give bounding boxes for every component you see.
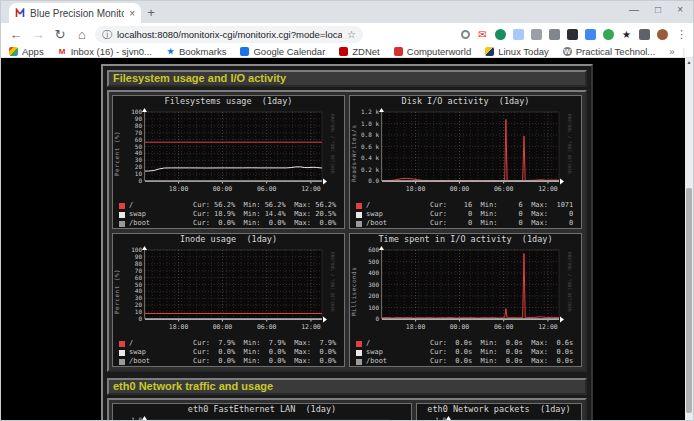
legend-row: /bootCur: 0.0% Min: 0.0% Max: 0.0% xyxy=(119,219,344,228)
chart-time-io[interactable]: Time spent in I/O activity (1day) Millis… xyxy=(349,233,582,367)
pages-extension-icon[interactable] xyxy=(513,29,524,40)
google-calendar-icon xyxy=(240,47,249,56)
bookmark-label: Apps xyxy=(22,46,44,57)
green-badge-extension-icon[interactable] xyxy=(495,29,506,40)
chart-plot: 100908070605040302010018:0000:0006:0012:… xyxy=(121,245,336,338)
bookmark-label: Computerworld xyxy=(407,46,471,57)
legend-row: /bootCur: 0.0s Min: 0.0s Max: 0.0s xyxy=(356,357,581,366)
legend-values: Cur: 0 Min: 0 Max: 0 xyxy=(430,210,573,219)
svg-text:06:00: 06:00 xyxy=(494,185,514,193)
bookmark-computerworld[interactable]: Computerworld xyxy=(394,46,471,57)
scrollbar-thumb[interactable] xyxy=(686,188,692,413)
legend-values: Cur: 0 Min: 0 Max: 0 xyxy=(430,219,573,228)
legend-swatch xyxy=(356,221,362,227)
legend-values: Cur: 0.0% Min: 0.0% Max: 0.0% xyxy=(193,357,336,366)
minimize-icon[interactable]: — xyxy=(629,4,639,15)
search-icon[interactable] xyxy=(461,30,470,39)
browser-menu-icon[interactable]: ⋮ xyxy=(676,28,687,41)
chart-eth0-traffic[interactable]: eth0 FastEthernet LAN (1day) 1.00.9RRDTO… xyxy=(112,403,412,421)
gray-extension-icon[interactable] xyxy=(531,29,542,40)
legend-series-name: swap xyxy=(366,348,430,357)
queue-extension-icon[interactable] xyxy=(639,29,650,40)
zdnet-icon xyxy=(339,47,348,56)
avatar[interactable] xyxy=(657,29,668,40)
home-icon[interactable]: ⌂ xyxy=(73,27,91,42)
chart-filesystems-usage[interactable]: Filesystems usage (1day) Percent (%) 100… xyxy=(112,95,345,229)
svg-text:1.0: 1.0 xyxy=(435,416,446,421)
legend-values: Cur: 0.0s Min: 0.0s Max: 0.0s xyxy=(430,357,573,366)
url-input[interactable]: ⓘ localhost:8080/monitorix-cgi/monitorix… xyxy=(95,26,363,43)
legend-values: Cur: 0.0% Min: 0.0% Max: 0.0% xyxy=(193,348,336,357)
bookmark-google-calendar[interactable]: Google Calendar xyxy=(240,46,325,57)
bookmarks-bar: AppsMInbox (16) - sjvn0...★BookmarksGoog… xyxy=(1,46,693,58)
tab-title: Blue Precision Monitorix xyxy=(30,8,124,19)
chart-title: Time spent in I/O activity (1day) xyxy=(350,234,581,245)
bookmarks-overflow-icon[interactable]: » xyxy=(669,46,674,57)
svg-text:18:00: 18:00 xyxy=(169,185,189,193)
chart-eth0-packets[interactable]: eth0 Network packets (1day) Packets/s 1.… xyxy=(416,403,582,421)
site-info-icon[interactable]: ⓘ xyxy=(102,28,112,42)
scroll-up-icon[interactable]: ▲ xyxy=(685,58,693,67)
legend-series-name: / xyxy=(129,201,193,210)
chart-plot: 1.00.9RRDTOOL / TOBI OETIKER xyxy=(121,415,403,421)
legend-series-name: / xyxy=(366,339,430,348)
bookmark-apps[interactable]: Apps xyxy=(9,46,44,57)
y-axis-label: Percent (%) xyxy=(113,107,121,200)
preview-extension-icon[interactable] xyxy=(549,29,560,40)
svg-text:12:00: 12:00 xyxy=(538,185,558,193)
back-icon[interactable]: ← xyxy=(7,27,25,42)
bookmark-bookmarks-star[interactable]: ★Bookmarks xyxy=(166,46,227,57)
blue-extension-icon[interactable] xyxy=(585,29,596,40)
mail-extension-icon[interactable]: ✉ xyxy=(477,29,488,40)
tab-monitorix[interactable]: Blue Precision Monitorix × xyxy=(9,3,141,23)
new-tab-button[interactable]: + xyxy=(141,5,161,20)
chart-legend: /Cur: 16 Min: 6 Max: 1071swapCur: 0 Min:… xyxy=(356,201,581,228)
legend-swatch xyxy=(119,221,125,227)
bookmark-star-icon[interactable]: ☆ xyxy=(347,29,356,40)
pin-extension-icon[interactable]: ★ xyxy=(621,29,632,40)
legend-series-name: swap xyxy=(129,210,193,219)
svg-text:0.4 k: 0.4 k xyxy=(361,154,379,161)
rrdtool-watermark: RRDTOOL / TOBI OETIKER xyxy=(567,114,572,174)
legend-row: /Cur: 56.2% Min: 56.2% Max: 56.2% xyxy=(119,201,344,210)
svg-text:18:00: 18:00 xyxy=(406,185,426,193)
bookmark-gmail-inbox[interactable]: MInbox (16) - sjvn0... xyxy=(58,46,152,57)
scrollbar[interactable]: ▲ xyxy=(685,58,693,421)
svg-text:00:00: 00:00 xyxy=(450,185,470,193)
window-controls: — □ × xyxy=(629,4,683,15)
bookmark-practical-technology[interactable]: WPractical Technol... xyxy=(563,46,656,57)
svg-text:12:00: 12:00 xyxy=(301,185,321,193)
chart-title: eth0 FastEthernet LAN (1day) xyxy=(113,404,411,415)
svg-text:12:00: 12:00 xyxy=(538,323,558,331)
bookmark-label: Linux Today xyxy=(498,46,549,57)
filesystem-charts-box: Filesystems usage (1day) Percent (%) 100… xyxy=(107,90,587,372)
dark-extension-icon[interactable] xyxy=(567,29,578,40)
bookmark-linux-today[interactable]: Linux Today xyxy=(485,46,549,57)
chart-inode-usage[interactable]: Inode usage (1day) Percent (%) 100908070… xyxy=(112,233,345,367)
legend-values: Cur: 0.0% Min: 0.0% Max: 0.0% xyxy=(193,219,336,228)
svg-text:0: 0 xyxy=(375,315,379,322)
bookmark-zdnet[interactable]: ZDNet xyxy=(339,46,379,57)
chart-plot: 100908070605040302010018:0000:0006:0012:… xyxy=(121,107,336,200)
svg-text:18:00: 18:00 xyxy=(406,323,426,331)
legend-swatch xyxy=(356,350,362,356)
close-icon[interactable]: × xyxy=(677,4,683,15)
svg-text:0.2 k: 0.2 k xyxy=(361,166,379,173)
svg-text:100: 100 xyxy=(368,304,379,311)
green-circle-extension-icon[interactable] xyxy=(603,29,614,40)
legend-row: /Cur: 7.9% Min: 7.9% Max: 7.9% xyxy=(119,339,344,348)
page-content: ▲ Filesystem usage and I/O activity File… xyxy=(1,58,693,421)
bookmark-label: Bookmarks xyxy=(179,46,227,57)
bookmarks-star-icon: ★ xyxy=(166,47,175,56)
chart-plot: 1.0RRDTOOL / TOBI OETIKER xyxy=(425,415,573,421)
svg-text:0.0: 0.0 xyxy=(368,177,379,184)
legend-values: Cur: 0.0s Min: 0.0s Max: 0.6s xyxy=(430,339,573,348)
reload-icon[interactable]: ↻ xyxy=(51,27,69,42)
computerworld-icon xyxy=(394,47,403,56)
chart-disk-io[interactable]: Disk I/O activity (1day) Reads+Writes/s … xyxy=(349,95,582,229)
svg-text:00:00: 00:00 xyxy=(213,323,233,331)
tab-close-icon[interactable]: × xyxy=(129,8,135,19)
legend-swatch xyxy=(119,359,125,365)
maximize-icon[interactable]: □ xyxy=(655,4,661,15)
chart-title: eth0 Network packets (1day) xyxy=(417,404,581,415)
